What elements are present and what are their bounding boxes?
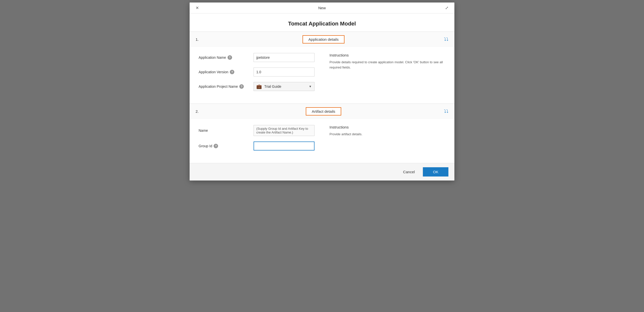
cancel-button[interactable]: Cancel bbox=[395, 167, 423, 176]
titlebar-right: ⤢ bbox=[444, 5, 450, 11]
app-name-row: Application Name ? bbox=[198, 53, 314, 62]
titlebar-left: ✕ bbox=[194, 5, 200, 11]
section-2-fields: Name (Supply Group Id and Artifact Key t… bbox=[198, 125, 314, 156]
dialog-title: New bbox=[200, 6, 444, 10]
dialog: ✕ New ⤢ Tomcat Application Model 1. Appl… bbox=[190, 3, 454, 180]
section-2-instructions-title: Instructions bbox=[330, 125, 446, 129]
section-2-instructions: Instructions Provide artifact details. bbox=[324, 125, 446, 156]
app-version-label: Application Version ? bbox=[198, 70, 254, 74]
chevron-up-icon-2: ⤵⤵ bbox=[444, 109, 448, 114]
briefcase-icon: 💼 bbox=[256, 84, 262, 89]
app-name-input[interactable] bbox=[254, 53, 314, 62]
app-version-row: Application Version ? bbox=[198, 68, 314, 77]
section-1-instructions-title: Instructions bbox=[330, 53, 446, 57]
section-2-body: Name (Supply Group Id and Artifact Key t… bbox=[190, 119, 454, 163]
section-1-label: Application details bbox=[302, 35, 345, 44]
app-version-input[interactable] bbox=[254, 68, 314, 77]
section-1-instructions-text: Provide details required to create appli… bbox=[330, 60, 446, 70]
group-id-input[interactable] bbox=[254, 142, 314, 151]
section-2-label: Artifact details bbox=[306, 107, 341, 116]
ok-button[interactable]: OK bbox=[423, 167, 448, 176]
app-version-help-icon[interactable]: ? bbox=[230, 70, 234, 74]
section-1-instructions: Instructions Provide details required to… bbox=[324, 53, 446, 97]
section-1-number: 1. bbox=[196, 37, 203, 42]
app-project-value: Trial Guide bbox=[264, 85, 306, 89]
expand-button[interactable]: ⤢ bbox=[444, 5, 450, 11]
close-button[interactable]: ✕ bbox=[194, 5, 200, 11]
group-id-row: Group Id ? bbox=[198, 142, 314, 151]
section-2-collapse-button[interactable]: ⤵⤵ bbox=[444, 109, 448, 114]
group-id-label: Group Id ? bbox=[198, 144, 254, 148]
section-1-body: Application Name ? Application Version ? bbox=[190, 47, 454, 104]
section-1-fields: Application Name ? Application Version ? bbox=[198, 53, 314, 97]
dialog-titlebar: ✕ New ⤢ bbox=[190, 3, 454, 14]
app-project-help-icon[interactable]: ? bbox=[239, 84, 244, 89]
section-1: 1. Application details ⤵⤵ Application Na… bbox=[190, 32, 454, 104]
chevron-up-icon: ⤵⤵ bbox=[444, 37, 448, 42]
group-id-help-icon[interactable]: ? bbox=[214, 144, 218, 148]
section-2-instructions-text: Provide artifact details. bbox=[330, 132, 446, 137]
app-project-row: Application Project Name ? 💼 Trial Guide… bbox=[198, 82, 314, 91]
artifact-name-row: Name (Supply Group Id and Artifact Key t… bbox=[198, 125, 314, 136]
overlay: ✕ New ⤢ Tomcat Application Model 1. Appl… bbox=[0, 0, 644, 312]
app-project-label: Application Project Name ? bbox=[198, 84, 254, 89]
section-2-number: 2. bbox=[196, 109, 203, 114]
section-2: 2. Artifact details ⤵⤵ Name (Supply Grou… bbox=[190, 104, 454, 163]
section-1-header: 1. Application details ⤵⤵ bbox=[190, 32, 454, 47]
artifact-name-label: Name bbox=[198, 129, 254, 133]
dropdown-arrow-icon: ▼ bbox=[309, 85, 312, 88]
section-2-header: 2. Artifact details ⤵⤵ bbox=[190, 104, 454, 119]
section-1-collapse-button[interactable]: ⤵⤵ bbox=[444, 37, 448, 42]
dialog-footer: Cancel OK bbox=[190, 163, 454, 180]
app-name-help-icon[interactable]: ? bbox=[228, 55, 232, 60]
app-project-select[interactable]: 💼 Trial Guide ▼ bbox=[254, 82, 314, 91]
app-name-label: Application Name ? bbox=[198, 55, 254, 60]
artifact-name-value: (Supply Group Id and Artifact Key to cre… bbox=[254, 125, 314, 136]
main-title: Tomcat Application Model bbox=[190, 14, 454, 32]
